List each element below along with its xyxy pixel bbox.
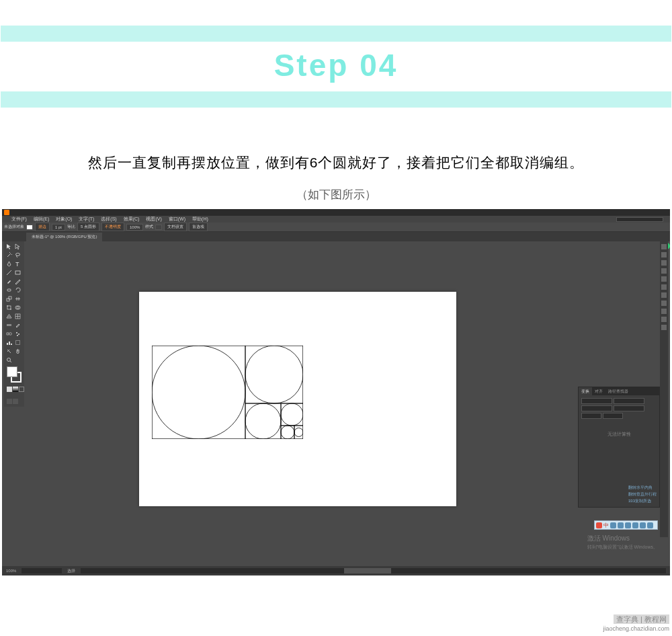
ime-login-icon[interactable] (632, 522, 638, 528)
ime-keyboard-icon[interactable] (618, 522, 624, 528)
width-tool[interactable] (14, 295, 22, 303)
shape-builder-tool[interactable] (14, 304, 22, 311)
tab-align[interactable]: 对齐 (592, 387, 605, 395)
menu-object[interactable]: 对象(O) (56, 216, 72, 223)
hand-tool[interactable] (14, 348, 22, 355)
scale-tool[interactable] (5, 295, 13, 303)
panel-transparency-icon[interactable] (661, 292, 667, 298)
opacity-value[interactable]: 100% (126, 224, 143, 231)
symbol-sprayer-tool[interactable] (14, 330, 22, 337)
menu-edit[interactable]: 编辑(E) (34, 216, 49, 223)
ime-toolbar[interactable]: 中 (594, 520, 658, 530)
svg-point-33 (245, 403, 281, 439)
canvas-area[interactable] (26, 241, 660, 566)
menu-type[interactable]: 文字(T) (79, 216, 94, 223)
artboard-tool[interactable] (14, 339, 22, 346)
free-transform-tool[interactable] (5, 304, 13, 311)
horizontal-scrollbar[interactable] (81, 568, 666, 573)
rectangle-tool[interactable] (14, 269, 22, 276)
panel-appearance-icon[interactable] (661, 301, 667, 306)
tab-pathfinder[interactable]: 路径查找器 (605, 387, 631, 395)
panel-menu-items: 翻转水平内角 翻转垂直外行程 333复制所选 (628, 484, 657, 504)
rotate-tool[interactable] (14, 286, 22, 294)
color-mode-solid[interactable] (7, 387, 12, 392)
search-input[interactable] (616, 217, 663, 222)
menu-window[interactable]: 窗口(W) (169, 216, 185, 223)
x-field[interactable] (581, 398, 612, 404)
magic-wand-tool[interactable] (5, 251, 13, 259)
menu-help[interactable]: 帮助(H) (192, 216, 208, 223)
ime-lang-label: 中 (603, 522, 609, 529)
type-tool[interactable]: T (14, 260, 22, 268)
eyedropper-tool[interactable] (14, 321, 22, 329)
instruction-text: 然后一直复制再摆放位置，做到有6个圆就好了，接着把它们全都取消编组。 (0, 153, 672, 172)
blend-tool[interactable] (5, 330, 13, 337)
shear-field[interactable] (603, 413, 623, 419)
stroke-weight[interactable]: 1 pt (52, 224, 65, 231)
nav-preview[interactable] (22, 568, 62, 573)
svg-line-26 (10, 361, 11, 362)
doc-setup-button[interactable]: 文档设置 (164, 223, 187, 231)
status-bar: 100% 选择 (2, 566, 670, 575)
stroke-label[interactable]: 描边 (35, 223, 50, 231)
panel-artboards-icon[interactable] (661, 325, 667, 330)
color-mode-none[interactable] (19, 387, 24, 392)
pen-tool[interactable] (5, 260, 13, 268)
document-tab[interactable]: 未标题-1* @ 100% (RGB/GPU 预览) (26, 233, 102, 241)
direct-selection-tool[interactable] (14, 243, 22, 250)
eraser-tool[interactable] (5, 286, 13, 294)
h-field[interactable] (614, 405, 644, 411)
ime-face-icon[interactable] (625, 522, 631, 528)
svg-point-35 (281, 403, 303, 426)
panel-gradient-icon[interactable] (661, 284, 667, 290)
pencil-tool[interactable] (14, 278, 22, 285)
ai-app-icon (4, 210, 9, 215)
mesh-tool[interactable] (14, 313, 22, 320)
panel-graphic-styles-icon[interactable] (661, 309, 667, 314)
screen-mode-full[interactable] (13, 399, 18, 404)
style-swatch[interactable] (155, 225, 162, 230)
illustrator-screenshot: 文件(F) 编辑(E) 对象(O) 文字(T) 选择(S) 效果(C) 视图(V… (2, 209, 670, 575)
angle-field[interactable] (581, 413, 601, 419)
menu-effect[interactable]: 效果(C) (124, 216, 140, 223)
slice-tool[interactable] (5, 348, 13, 355)
selection-tool[interactable] (5, 243, 13, 250)
lasso-tool[interactable] (14, 251, 22, 259)
w-field[interactable] (614, 398, 644, 404)
ime-moon-icon[interactable] (610, 522, 616, 528)
svg-point-39 (294, 428, 303, 437)
menu-view[interactable]: 视图(V) (146, 216, 161, 223)
color-mode-gradient[interactable] (13, 387, 18, 392)
menu-file[interactable]: 文件(F) (11, 216, 27, 223)
fill-swatch[interactable] (26, 225, 33, 230)
subcaption-text: （如下图所示） (0, 187, 672, 202)
prefs-button[interactable]: 首选项 (189, 223, 208, 231)
ime-settings-icon[interactable] (640, 522, 646, 528)
fill-stroke-control[interactable] (7, 366, 22, 383)
perspective-tool[interactable] (5, 313, 13, 320)
points-dropdown[interactable]: 5 点圆形 (77, 223, 99, 231)
panel-stroke-icon[interactable] (661, 276, 667, 282)
gradient-tool[interactable] (5, 321, 13, 329)
menu-select[interactable]: 选择(S) (101, 216, 116, 223)
panel-symbols-icon[interactable] (661, 268, 667, 274)
zoom-tool[interactable] (5, 356, 13, 364)
ime-wrench-icon[interactable] (647, 522, 653, 528)
panel-color-icon[interactable] (661, 244, 667, 249)
menu-item-2[interactable]: 翻转垂直外行程 (628, 491, 657, 498)
paintbrush-tool[interactable] (5, 278, 13, 285)
line-tool[interactable] (5, 269, 13, 276)
panel-swatches-icon[interactable] (661, 252, 667, 257)
menu-item-3[interactable]: 333复制所选 (628, 498, 657, 504)
tool-panel: T (4, 241, 24, 407)
y-field[interactable] (581, 405, 612, 411)
opacity-label[interactable]: 不透明度 (101, 223, 124, 231)
column-graph-tool[interactable] (5, 339, 13, 346)
tab-transform[interactable]: 变换 (579, 387, 592, 395)
zoom-level[interactable]: 100% (6, 569, 16, 573)
panel-brushes-icon[interactable] (661, 260, 667, 266)
screen-mode-normal[interactable] (7, 399, 12, 404)
style-label: 样式 (145, 224, 153, 230)
menu-item-1[interactable]: 翻转水平内角 (628, 484, 657, 491)
panel-layers-icon[interactable] (661, 317, 667, 322)
